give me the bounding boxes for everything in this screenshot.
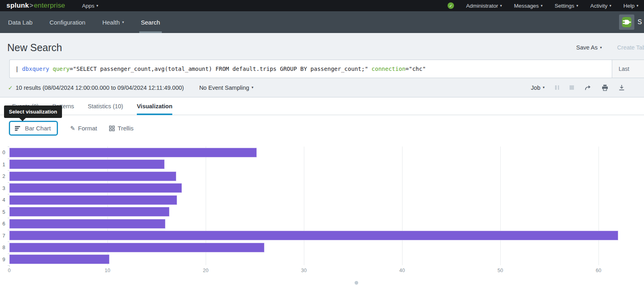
time-range-picker[interactable]: Last xyxy=(612,60,644,78)
apps-menu[interactable]: Apps ▾ xyxy=(82,3,98,9)
save-as-button[interactable]: Save As ▾ xyxy=(576,44,602,51)
messages-menu[interactable]: Messages ▾ xyxy=(514,3,543,9)
pause-job-icon[interactable] xyxy=(555,85,559,90)
bar-chart-icon xyxy=(15,126,21,131)
tab-visualization[interactable]: Visualization xyxy=(137,97,172,115)
help-menu[interactable]: Help ▾ xyxy=(623,3,638,9)
chevron-down-icon: ▾ xyxy=(576,4,578,8)
activity-menu-label: Activity xyxy=(590,3,607,9)
nav-item-search[interactable]: Search xyxy=(141,11,160,33)
search-query-input[interactable]: | dbxquery query="SELECT passenger_count… xyxy=(10,60,612,78)
bar-segment[interactable] xyxy=(9,219,165,229)
carousel-dot[interactable] xyxy=(355,281,358,285)
chart-plot: 0102030405060 xyxy=(9,147,644,265)
download-icon[interactable] xyxy=(619,85,625,91)
nav-item-data-lab[interactable]: Data Lab xyxy=(8,11,33,33)
stop-job-icon[interactable] xyxy=(570,85,574,90)
bar-segment[interactable] xyxy=(9,243,264,252)
success-check-icon: ✓ xyxy=(8,85,13,91)
y-axis-category-label: 8 xyxy=(2,243,8,252)
print-icon[interactable] xyxy=(602,85,608,91)
y-axis-tick xyxy=(8,182,9,183)
x-axis-tick xyxy=(9,265,10,267)
nav-label: Configuration xyxy=(50,19,85,26)
visualization-toolbar: Bar Chart ✎ Format Trellis xyxy=(0,115,644,136)
job-menu[interactable]: Job ▾ xyxy=(531,85,545,91)
bar-segment[interactable] xyxy=(9,148,257,157)
select-visualization-button[interactable]: Bar Chart xyxy=(9,121,58,136)
gridline xyxy=(500,147,501,265)
logo-brand: splunk xyxy=(6,2,29,10)
pencil-icon: ✎ xyxy=(70,125,75,132)
y-axis-tick xyxy=(8,147,9,147)
trellis-button[interactable]: Trellis xyxy=(109,125,133,132)
y-axis-tick xyxy=(8,206,9,207)
chevron-down-icon: ▾ xyxy=(541,4,543,8)
job-controls: Job ▾ xyxy=(531,85,625,91)
administrator-menu-label: Administrator xyxy=(466,3,498,9)
administrator-menu[interactable]: Administrator ▾ xyxy=(466,3,502,9)
chevron-down-icon: ▾ xyxy=(97,4,99,8)
share-icon[interactable] xyxy=(584,85,591,91)
y-axis-category-label: 1 xyxy=(2,160,8,169)
db-connect-app-icon[interactable] xyxy=(619,14,634,30)
help-menu-label: Help xyxy=(623,3,635,9)
y-axis-category-label: 9 xyxy=(2,255,8,264)
y-axis-tick xyxy=(8,230,9,230)
gridline xyxy=(402,147,402,265)
x-axis-tick-label: 20 xyxy=(203,268,208,273)
splunk-search-window: splunk>enterprise Apps ▾ ✓ Administrator… xyxy=(0,0,644,285)
chevron-down-icon: ▾ xyxy=(609,4,611,8)
y-axis-category-label: 3 xyxy=(2,184,8,193)
chevron-down-icon: ▾ xyxy=(500,4,502,8)
settings-menu[interactable]: Settings ▾ xyxy=(555,3,578,9)
bar-segment[interactable] xyxy=(9,254,109,264)
select-visualization-tooltip: Select visualization xyxy=(4,105,62,118)
status-check-icon: ✓ xyxy=(448,2,454,9)
nav-item-configuration[interactable]: Configuration xyxy=(50,11,85,33)
trellis-grid-icon xyxy=(109,126,115,131)
results-row: ✓ 10 results (08/04/2024 12:00:00.000 to… xyxy=(0,78,644,97)
splunk-logo: splunk>enterprise xyxy=(6,2,65,10)
format-button[interactable]: ✎ Format xyxy=(70,125,97,132)
event-sampling-label: No Event Sampling xyxy=(199,85,249,91)
search-header: New Search Save As ▾ Create Tab | dbxque… xyxy=(0,33,644,97)
bar-segment[interactable] xyxy=(9,207,169,217)
x-axis-tick-label: 40 xyxy=(399,268,405,273)
save-as-label: Save As xyxy=(576,44,598,51)
apps-menu-label: Apps xyxy=(82,3,95,9)
create-tab-button[interactable]: Create Tab xyxy=(617,44,644,51)
x-axis-tick-label: 0 xyxy=(8,268,11,273)
y-axis-tick xyxy=(8,265,9,266)
job-menu-label: Job xyxy=(531,85,540,91)
y-axis-tick xyxy=(8,218,9,218)
settings-menu-label: Settings xyxy=(555,3,574,9)
bar-segment[interactable] xyxy=(9,171,176,181)
chevron-down-icon: ▾ xyxy=(543,86,545,89)
bar-segment[interactable] xyxy=(9,231,618,240)
bar-segment[interactable] xyxy=(9,159,165,169)
bar-segment[interactable] xyxy=(9,183,182,193)
query-command: dbxquery xyxy=(22,66,49,72)
event-sampling-menu[interactable]: No Event Sampling ▾ xyxy=(199,85,254,91)
y-axis-tick xyxy=(8,242,9,242)
logo-product: enterprise xyxy=(34,2,65,10)
query-param-value: ="chc" xyxy=(405,66,426,72)
activity-menu[interactable]: Activity ▾ xyxy=(590,3,611,9)
x-axis-tick-label: 30 xyxy=(301,268,307,273)
appnav-right: S xyxy=(619,14,642,30)
y-axis-category-label: 6 xyxy=(2,219,8,229)
title-actions: Save As ▾ Create Tab xyxy=(576,44,644,51)
nav-label: Data Lab xyxy=(8,19,33,26)
gridline xyxy=(599,147,599,265)
nav-label: Health xyxy=(102,19,120,26)
bar-segment[interactable] xyxy=(9,195,177,205)
y-axis-category-label: 7 xyxy=(2,231,8,241)
title-row: New Search Save As ▾ Create Tab xyxy=(0,33,644,60)
tab-label: Visualization xyxy=(137,103,172,109)
tab-statistics[interactable]: Statistics (10) xyxy=(88,97,123,115)
tooltip-text: Select visualization xyxy=(9,109,57,115)
nav-item-health[interactable]: Health ▾ xyxy=(102,11,124,33)
messages-menu-label: Messages xyxy=(514,3,539,9)
y-axis-tick xyxy=(8,194,9,194)
